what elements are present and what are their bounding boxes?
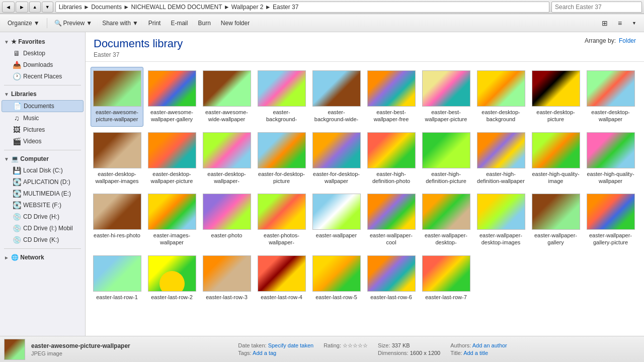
sidebar-item-downloads[interactable]: 📥 Downloads — [2, 59, 84, 70]
organize-button[interactable]: Organize ▼ — [3, 16, 44, 30]
file-label-f29: easter-wallpaper-gallery — [532, 232, 580, 246]
file-item-f31[interactable]: easter-last-row-1 — [91, 252, 143, 304]
file-item-f25[interactable]: easter-wallpaper — [310, 190, 363, 250]
file-item-f34[interactable]: easter-last-row-4 — [255, 252, 308, 304]
share-with-button[interactable]: Share with ▼ — [98, 16, 143, 30]
back-button[interactable]: ◄ — [2, 2, 15, 13]
sidebar-item-local-disk-c[interactable]: 💾 Local Disk (C:) — [2, 165, 84, 176]
new-folder-button[interactable]: New folder — [216, 16, 254, 30]
library-title: Documents library — [94, 37, 183, 50]
file-item-f36[interactable]: easter-last-row-6 — [365, 252, 418, 304]
email-button[interactable]: E-mail — [166, 16, 192, 30]
file-label-f18: easter-high-definition-wallpaper — [477, 170, 525, 185]
breadcrumb[interactable]: Libraries ► Documents ► NICHEWALL DEMO D… — [55, 2, 549, 13]
file-item-f12[interactable]: easter-desktop-wallpaper-picture — [145, 129, 198, 189]
file-label-f1: easter-awesome-picture-wallpaper — [93, 109, 141, 123]
sidebar-item-pictures[interactable]: 🖼 Pictures — [2, 124, 84, 135]
file-item-f6[interactable]: easter-best-wallpaper-free — [365, 67, 418, 127]
sidebar-section-libraries: ▼ Libraries 📄 Documents ♫ Music 🖼 Pictur… — [0, 88, 85, 147]
authors-value[interactable]: Add an author — [472, 342, 507, 348]
file-item-f35[interactable]: easter-last-row-5 — [310, 252, 363, 304]
recent-button[interactable]: ▼ — [42, 2, 53, 13]
sidebar-item-documents[interactable]: 📄 Documents — [2, 100, 84, 112]
file-thumbnail-f24 — [258, 194, 306, 230]
sidebar-item-music[interactable]: ♫ Music — [2, 113, 84, 124]
sidebar-multimedia-e-label: MULTIMEDIA (E:) — [23, 190, 71, 197]
file-item-f19[interactable]: easter-high-quality-image — [529, 129, 582, 189]
status-bar: easter-awesome-picture-wallpaper JPEG im… — [0, 336, 644, 362]
file-item-f15[interactable]: easter-for-desktop-wallpaper — [310, 129, 363, 189]
file-item-f16[interactable]: easter-high-definition-photo — [365, 129, 418, 189]
file-item-f32[interactable]: easter-last-row-2 — [145, 252, 198, 304]
file-item-f21[interactable]: easter-hi-res-photo — [91, 190, 143, 250]
view-dropdown-button[interactable]: ▼ — [627, 16, 641, 30]
view-small-button[interactable]: ≡ — [613, 16, 626, 30]
file-thumbnail-f14 — [258, 132, 306, 168]
up-button[interactable]: ▲ — [29, 2, 41, 13]
sidebar-computer-header[interactable]: ▼ 💻 Computer — [0, 153, 85, 164]
title-value[interactable]: Add a title — [463, 350, 488, 356]
sidebar-section-computer: ▼ 💻 Computer 💾 Local Disk (C:) 💽 APLICAT… — [0, 153, 85, 245]
file-item-f37[interactable]: easter-last-row-7 — [420, 252, 472, 304]
view-large-button[interactable]: ⊞ — [597, 16, 612, 30]
search-input[interactable] — [551, 2, 642, 13]
file-item-f28[interactable]: easter-wallpaper-desktop-images — [474, 190, 527, 250]
file-label-f12: easter-desktop-wallpaper-picture — [148, 170, 196, 185]
date-taken-value[interactable]: Specify date taken — [268, 342, 314, 348]
size-label: Size: — [378, 342, 390, 348]
file-item-f10[interactable]: easter-desktop-wallpaper — [584, 67, 637, 127]
print-button[interactable]: Print — [144, 16, 166, 30]
file-thumbnail-f19 — [532, 132, 580, 168]
file-item-f9[interactable]: easter-desktop-picture — [529, 67, 582, 127]
file-label-f24: easter-photos-wallpaper-widescreen — [258, 232, 305, 246]
arrange-by-value[interactable]: Folder — [619, 37, 636, 44]
sidebar-favorites-header[interactable]: ▼ ★ Favorites — [0, 36, 85, 47]
tags-value[interactable]: Add a tag — [253, 350, 276, 356]
file-item-f8[interactable]: easter-desktop-background — [474, 67, 527, 127]
sidebar-item-cd-i-mobil[interactable]: 💿 CD Drive (I:) Mobil — [2, 223, 84, 234]
file-item-f26[interactable]: easter-wallpaper-cool — [365, 190, 418, 250]
sidebar-item-application-d[interactable]: 💽 APLICATION (D:) — [2, 176, 84, 188]
file-item-f5[interactable]: easter-background-wide-wallpaper — [310, 67, 363, 127]
file-item-f4[interactable]: easter-background-wallpaper — [255, 67, 308, 127]
file-item-f23[interactable]: easter-photo — [200, 190, 253, 250]
sidebar-videos-label: Videos — [23, 138, 41, 145]
file-item-f27[interactable]: easter-wallpaper-desktop-background — [420, 190, 472, 250]
rating-stars[interactable]: ☆☆☆☆☆ — [343, 342, 368, 348]
forward-button[interactable]: ► — [16, 2, 28, 13]
file-item-f14[interactable]: easter-for-desktop-picture — [255, 129, 308, 189]
preview-dropdown-icon: ▼ — [86, 20, 92, 27]
file-item-f3[interactable]: easter-awesome-wide-wallpaper — [200, 67, 253, 127]
file-thumbnail-f9 — [532, 70, 580, 107]
breadcrumb-text: Libraries ► Documents ► NICHEWALL DEMO D… — [59, 4, 299, 11]
file-item-f17[interactable]: easter-high-definition-picture — [420, 129, 472, 189]
sidebar-item-multimedia-e[interactable]: 💽 MULTIMEDIA (E:) — [2, 188, 84, 199]
file-item-f18[interactable]: easter-high-definition-wallpaper — [474, 129, 527, 189]
file-item-f24[interactable]: easter-photos-wallpaper-widescreen — [255, 190, 308, 250]
file-thumbnail-f16 — [367, 132, 416, 168]
file-item-f2[interactable]: easter-awesome-wallpaper-gallery — [145, 67, 198, 127]
burn-button[interactable]: Burn — [193, 16, 215, 30]
file-item-f13[interactable]: easter-desktop-wallpaper-widescreen — [200, 129, 253, 189]
file-item-f30[interactable]: easter-wallpaper-gallery-picture — [584, 190, 637, 250]
sidebar-network-header[interactable]: ► 🌐 Network — [0, 252, 85, 263]
file-item-f33[interactable]: easter-last-row-3 — [200, 252, 253, 304]
file-item-f22[interactable]: easter-images-wallpaper — [145, 190, 198, 250]
file-item-f11[interactable]: easter-desktop-wallpaper-images — [91, 129, 143, 189]
sidebar-item-cd-k[interactable]: 💿 CD Drive (K:) — [2, 234, 84, 245]
sidebar-item-videos[interactable]: 🎬 Videos — [2, 136, 84, 147]
sidebar-item-cd-h[interactable]: 💿 CD Drive (H:) — [2, 211, 84, 222]
file-item-f1[interactable]: easter-awesome-picture-wallpaper — [91, 67, 143, 127]
file-thumbnail-f29 — [532, 194, 580, 230]
sidebar-item-desktop[interactable]: 🖥 Desktop — [2, 48, 84, 59]
preview-icon: 🔍 — [54, 20, 62, 27]
file-item-f20[interactable]: easter-high-quality-wallpaper — [584, 129, 637, 189]
sidebar-item-recent-places[interactable]: 🕐 Recent Places — [2, 71, 84, 82]
sidebar-libraries-header[interactable]: ▼ Libraries — [0, 88, 85, 100]
file-item-f7[interactable]: easter-best-wallpaper-picture — [420, 67, 472, 127]
preview-button[interactable]: 🔍 Preview ▼ — [50, 16, 97, 30]
file-label-f19: easter-high-quality-image — [532, 170, 580, 185]
burn-label: Burn — [198, 20, 210, 27]
sidebar-item-website-f[interactable]: 💽 WEBSITE (F:) — [2, 200, 84, 211]
file-item-f29[interactable]: easter-wallpaper-gallery — [529, 190, 582, 250]
